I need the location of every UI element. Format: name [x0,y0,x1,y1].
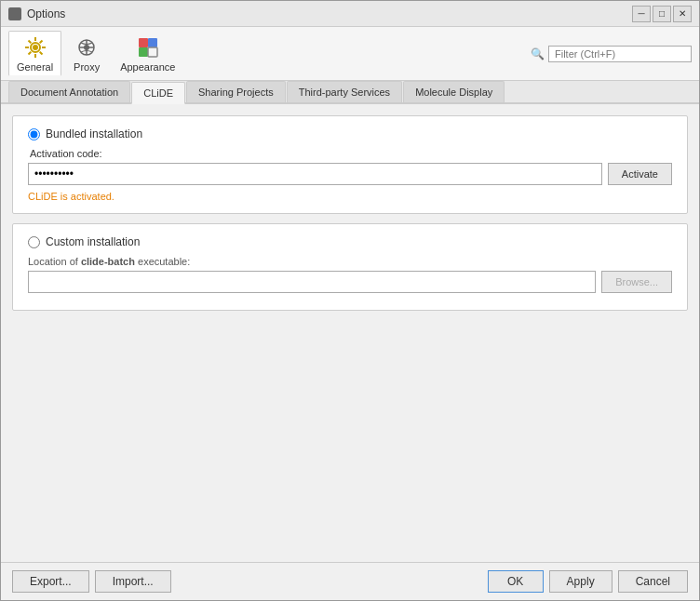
main-content: Bundled installation Activation code: Ac… [1,104,699,562]
custom-radio-row: Custom installation [28,235,672,248]
export-button[interactable]: Export... [12,570,89,593]
close-button[interactable]: ✕ [673,6,692,22]
general-icon [22,34,48,60]
tab-molecule-display[interactable]: Molecule Display [403,81,505,102]
import-button[interactable]: Import... [95,570,171,593]
svg-point-9 [33,45,38,50]
title-bar: Options ─ □ ✕ [1,1,699,27]
location-label: Location of clide-batch executable: [28,256,672,267]
svg-rect-15 [148,38,157,47]
activation-field-row: Activate [28,163,672,185]
title-bar-left: Options [8,7,65,20]
toolbar-proxy[interactable]: Proxy [63,31,110,76]
svg-rect-16 [139,47,148,57]
footer-right-buttons: OK Apply Cancel [488,570,688,593]
toolbar: General Proxy [1,27,699,81]
appearance-label: Appearance [120,61,175,73]
tabs-bar: Document Annotation CLiDE Sharing Projec… [1,81,699,104]
bundled-radio-row: Bundled installation [28,127,672,140]
search-icon: 🔍 [531,47,545,60]
activate-button[interactable]: Activate [608,163,672,185]
toolbar-appearance[interactable]: Appearance [112,31,183,76]
proxy-icon [74,34,100,60]
toolbar-buttons: General Proxy [8,31,183,76]
tab-document-annotation[interactable]: Document Annotation [8,81,130,102]
appearance-icon [135,34,161,60]
activation-code-label: Activation code: [30,148,672,159]
cancel-button[interactable]: Cancel [618,570,688,593]
title-bar-controls: ─ □ ✕ [632,6,692,22]
bundled-radio[interactable] [28,128,40,140]
filter-input[interactable] [555,48,685,60]
activation-code-input[interactable] [28,163,602,185]
window-icon [8,7,21,20]
footer: Export... Import... OK Apply Cancel [1,562,699,600]
bundled-installation-section: Bundled installation Activation code: Ac… [12,115,688,214]
svg-line-7 [39,41,42,44]
location-input[interactable] [28,271,596,293]
proxy-label: Proxy [74,61,100,73]
options-window: Options ─ □ ✕ [0,0,700,601]
svg-line-5 [28,41,31,44]
svg-line-8 [28,52,31,55]
toolbar-search-area: 🔍 [531,46,692,62]
maximize-button[interactable]: □ [653,6,671,22]
search-box [548,46,692,62]
ok-button[interactable]: OK [488,570,544,593]
window-title: Options [27,7,65,20]
svg-line-6 [39,52,42,55]
browse-button[interactable]: Browse... [601,271,672,293]
tab-sharing-projects[interactable]: Sharing Projects [186,81,286,102]
general-label: General [17,61,53,73]
apply-button[interactable]: Apply [549,570,612,593]
svg-rect-14 [139,38,148,47]
custom-installation-section: Custom installation Location of clide-ba… [12,223,688,311]
toolbar-general[interactable]: General [8,31,61,76]
activation-status: CLiDE is activated. [28,191,672,202]
footer-left-buttons: Export... Import... [12,570,171,593]
custom-radio[interactable] [28,236,40,248]
minimize-button[interactable]: ─ [632,6,651,22]
custom-radio-label[interactable]: Custom installation [46,235,140,248]
location-field-row: Browse... [28,271,672,293]
bundled-radio-label[interactable]: Bundled installation [46,127,142,140]
tab-third-party-services[interactable]: Third-party Services [287,81,402,102]
tab-clide[interactable]: CLiDE [131,82,185,104]
svg-rect-17 [148,47,157,57]
